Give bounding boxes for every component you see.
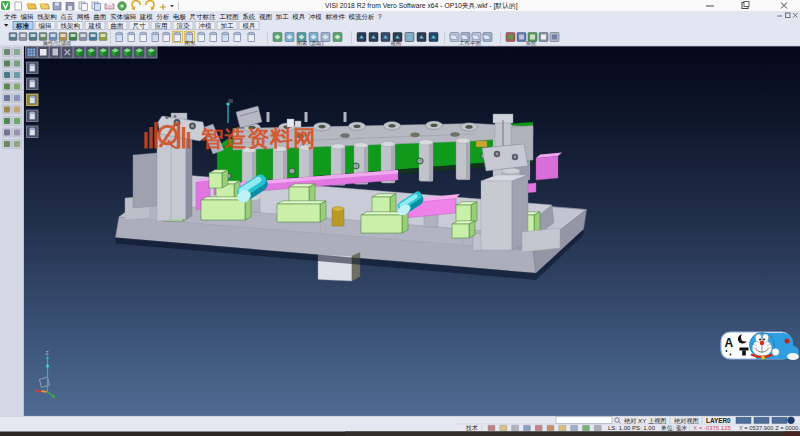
svg-text:A: A (725, 336, 734, 350)
svg-text:Y = 0537.900 Z = 0000.000: Y = 0537.900 Z = 0000.000 (739, 425, 800, 431)
svg-text:标准: 标准 (15, 22, 30, 30)
svg-text:绝对视图: 绝对视图 (674, 417, 699, 425)
svg-text:单位: 毫米: 单位: 毫米 (661, 425, 688, 431)
svg-text:Z: Z (45, 350, 48, 356)
svg-text:曲面: 曲面 (111, 22, 125, 30)
svg-text:技术: 技术 (465, 425, 478, 431)
svg-text:绝对 XY 上视图: 绝对 XY 上视图 (624, 417, 667, 425)
svg-text:智造资料网: 智造资料网 (200, 126, 316, 151)
svg-text:渲染: 渲染 (177, 22, 191, 30)
svg-text:文件 编辑 线架构 点云 网格 曲面 实体编辑: 文件 编辑 线架构 点云 网格 曲面 实体编辑 建模 分析 电极 尺寸标注 工程… (4, 13, 382, 21)
svg-text:建模: 建模 (88, 22, 103, 30)
svg-text:VISI 2018 R2 from Vero Softwar: VISI 2018 R2 from Vero Software x64 - OP… (325, 2, 518, 10)
svg-text:冲模: 冲模 (199, 22, 213, 29)
svg-text:编辑: 编辑 (39, 22, 53, 29)
svg-text:线架构: 线架构 (61, 22, 81, 30)
svg-text:应用: 应用 (155, 22, 168, 30)
svg-text:加工: 加工 (221, 22, 235, 29)
svg-text:LS: 1.00 PS: 1.00: LS: 1.00 PS: 1.00 (608, 425, 656, 431)
svg-text:模具: 模具 (243, 22, 257, 29)
svg-text:尺寸: 尺寸 (133, 22, 147, 29)
svg-text:LAYER0: LAYER0 (706, 417, 731, 424)
svg-text:X = -0375.125: X = -0375.125 (693, 425, 732, 431)
